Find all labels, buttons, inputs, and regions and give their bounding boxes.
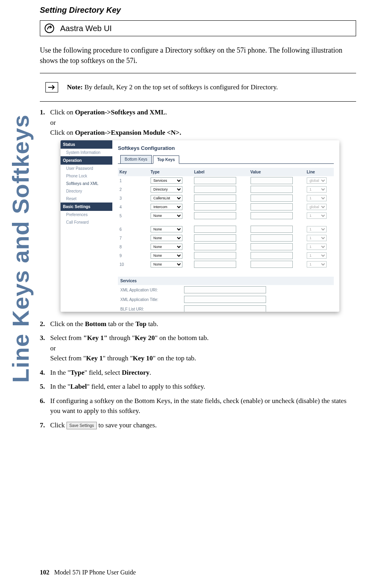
table-row: 10None1 xyxy=(118,260,334,269)
type-select[interactable]: None xyxy=(151,261,182,267)
line-select[interactable]: 1 xyxy=(307,212,327,219)
key-number: 4 xyxy=(118,203,149,211)
nav-item[interactable]: Preferences xyxy=(61,211,112,218)
value-input[interactable] xyxy=(251,234,293,242)
text-or: or xyxy=(50,343,356,354)
type-select[interactable]: None xyxy=(151,212,182,219)
label-input[interactable] xyxy=(194,212,236,219)
value-input[interactable] xyxy=(251,203,293,210)
text: In the " xyxy=(50,369,70,376)
nav-item[interactable]: Phone Lock xyxy=(61,172,112,180)
type-select[interactable]: Intercom xyxy=(151,204,182,210)
note-row: Note: By default, Key 2 on the top set o… xyxy=(40,77,356,98)
nav-item[interactable]: User Password xyxy=(61,165,112,172)
nav-head-status[interactable]: Status xyxy=(61,140,112,149)
text-bold: Operation->Expansion Module <N>. xyxy=(75,129,181,136)
text: Click on xyxy=(50,108,75,116)
divider xyxy=(40,73,356,73)
page-number: 102 xyxy=(40,569,49,576)
text-or: or xyxy=(50,118,356,128)
screenshot-nav: Status System Information Operation User… xyxy=(61,140,112,312)
type-select[interactable]: None xyxy=(151,244,182,250)
key-number: 2 xyxy=(118,185,149,194)
table-row: 6None1 xyxy=(118,225,334,234)
value-input[interactable] xyxy=(251,226,293,233)
footer-title: Model 57i IP Phone User Guide xyxy=(54,569,136,576)
nav-head-operation[interactable]: Operation xyxy=(61,156,112,165)
value-input[interactable] xyxy=(251,252,293,259)
blf-input[interactable] xyxy=(184,305,266,312)
globe-arrow-icon xyxy=(44,23,55,33)
nav-item[interactable]: Call Forward xyxy=(61,218,112,226)
text-bold: Key 10 xyxy=(133,354,153,362)
table-row: 2Directory1 xyxy=(118,185,334,194)
value-input[interactable] xyxy=(251,212,293,219)
table-row: 3CallersList1 xyxy=(118,194,334,203)
side-tab-text: Line Keys and Softkeys xyxy=(7,114,34,383)
intro-paragraph: Use the following procedure to configure… xyxy=(40,45,356,66)
step-6: If configuring a softkey on the Bottom K… xyxy=(40,396,356,416)
key-number: 1 xyxy=(118,176,149,185)
label-input[interactable] xyxy=(194,261,236,268)
line-select[interactable]: 1 xyxy=(307,235,327,241)
text-bold: Key 1 xyxy=(86,354,103,362)
col-value: Value xyxy=(249,168,305,176)
label-input[interactable] xyxy=(194,195,236,202)
type-select[interactable]: Services xyxy=(151,177,182,184)
step-1: Click on Operation->Softkeys and XML. or… xyxy=(40,107,356,312)
value-input[interactable] xyxy=(251,195,293,202)
type-select[interactable]: None xyxy=(151,226,182,232)
services-head: Services xyxy=(118,277,334,285)
line-select[interactable]: global xyxy=(307,204,327,210)
line-select[interactable]: 1 xyxy=(307,226,327,232)
text-bold: Top xyxy=(135,320,147,328)
xml-title-row: XML Application Title: xyxy=(118,295,334,304)
label-input[interactable] xyxy=(194,234,236,242)
label-input[interactable] xyxy=(194,186,236,193)
text-bold: Bottom xyxy=(85,320,106,328)
value-input[interactable] xyxy=(251,177,293,184)
text: " field, select xyxy=(84,369,122,376)
label-input[interactable] xyxy=(194,177,236,184)
line-select[interactable]: 1 xyxy=(307,244,327,250)
screenshot-tabs: Bottom Keys Top Keys xyxy=(118,155,334,164)
nav-item-active[interactable]: Softkeys and XML xyxy=(61,180,112,187)
type-select[interactable]: Directory xyxy=(151,186,182,193)
text: through " xyxy=(108,334,135,342)
line-select[interactable]: 1 xyxy=(307,186,327,193)
text: Click on xyxy=(50,129,75,136)
value-input[interactable] xyxy=(251,186,293,193)
step-2: Click on the Bottom tab or the Top tab. xyxy=(40,319,356,329)
text-bold: Key 20 xyxy=(135,334,155,342)
value-input[interactable] xyxy=(251,261,293,268)
line-select[interactable]: 1 xyxy=(307,195,327,201)
key-number: 9 xyxy=(118,251,149,260)
label-input[interactable] xyxy=(194,243,236,250)
xml-title-label: XML Application Title: xyxy=(120,297,180,303)
type-select[interactable]: None xyxy=(151,235,182,241)
label-input[interactable] xyxy=(194,252,236,259)
label-input[interactable] xyxy=(194,203,236,210)
tab-top-keys[interactable]: Top Keys xyxy=(153,155,179,164)
tab-bottom-keys[interactable]: Bottom Keys xyxy=(120,155,152,163)
save-settings-button[interactable]: Save Settings xyxy=(67,422,97,429)
text: " on the top tab. xyxy=(153,354,196,362)
nav-head-basic[interactable]: Basic Settings xyxy=(61,203,112,211)
xml-title-input[interactable] xyxy=(184,296,266,303)
line-select[interactable]: 1 xyxy=(307,252,327,259)
nav-item[interactable]: System Information xyxy=(61,149,112,156)
nav-item[interactable]: Reset xyxy=(61,195,112,203)
type-select[interactable]: None xyxy=(151,252,182,259)
text-bold: "Key 1" xyxy=(83,334,108,342)
value-input[interactable] xyxy=(251,243,293,250)
text: Select from " xyxy=(50,354,86,362)
xml-uri-input[interactable] xyxy=(184,286,266,293)
webui-heading-box: Aastra Web UI xyxy=(40,20,356,36)
line-select[interactable]: global xyxy=(307,177,327,184)
nav-item[interactable]: Directory xyxy=(61,187,112,195)
line-select[interactable]: 1 xyxy=(307,261,327,267)
key-number: 7 xyxy=(118,234,149,242)
type-select[interactable]: CallersList xyxy=(151,195,182,201)
label-input[interactable] xyxy=(194,226,236,233)
text-bold: Directory xyxy=(122,369,150,376)
